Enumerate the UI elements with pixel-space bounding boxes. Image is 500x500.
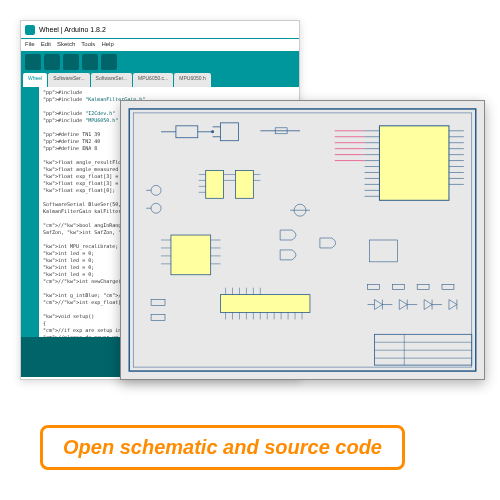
caption-box: Open schematic and source code <box>40 425 405 470</box>
menu-sketch[interactable]: Sketch <box>57 41 75 49</box>
arduino-logo-icon <box>25 25 35 35</box>
svg-rect-55 <box>171 235 211 275</box>
new-button[interactable] <box>63 54 79 70</box>
svg-point-6 <box>211 130 214 133</box>
ide-titlebar: Wheel | Arduino 1.8.2 <box>21 21 299 39</box>
tab-mpu6050c[interactable]: MPU6050.c... <box>133 73 173 87</box>
svg-rect-12 <box>379 126 449 200</box>
tab-wheel[interactable]: Wheel <box>23 73 47 87</box>
ide-menu-bar[interactable]: File Edit Sketch Tools Help <box>21 39 299 51</box>
svg-rect-64 <box>221 295 310 313</box>
line-gutter <box>21 87 39 337</box>
ide-tabs: Wheel SoftwareSer... SoftwareSer... MPU6… <box>21 73 299 87</box>
open-button[interactable] <box>82 54 98 70</box>
tab-softserial1[interactable]: SoftwareSer... <box>48 73 89 87</box>
tab-softserial2[interactable]: SoftwareSer... <box>91 73 132 87</box>
schematic-window <box>120 100 485 380</box>
ide-toolbar <box>21 51 299 73</box>
window-title: Wheel | Arduino 1.8.2 <box>39 26 106 33</box>
menu-help[interactable]: Help <box>101 41 113 49</box>
svg-rect-41 <box>206 171 224 199</box>
verify-button[interactable] <box>25 54 41 70</box>
svg-rect-42 <box>235 171 253 199</box>
upload-button[interactable] <box>44 54 60 70</box>
tab-mpu6050h[interactable]: MPU6050.h <box>174 73 210 87</box>
menu-tools[interactable]: Tools <box>81 41 95 49</box>
save-button[interactable] <box>101 54 117 70</box>
menu-file[interactable]: File <box>25 41 35 49</box>
caption-text: Open schematic and source code <box>63 436 382 458</box>
schematic-svg <box>121 101 484 379</box>
menu-edit[interactable]: Edit <box>41 41 51 49</box>
